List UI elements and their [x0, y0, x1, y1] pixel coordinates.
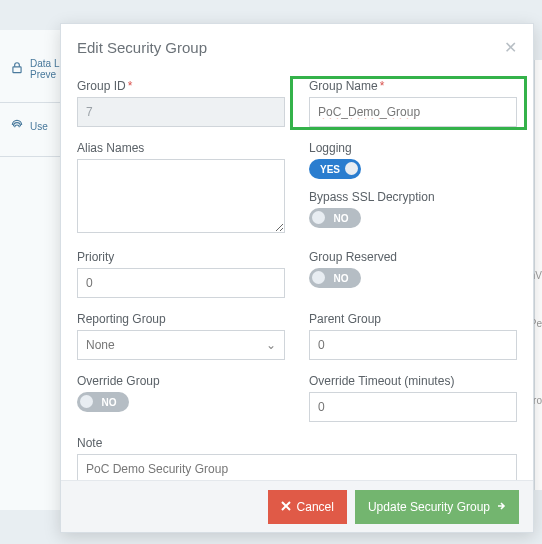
- group-name-label: Group Name*: [309, 79, 517, 93]
- override-group-toggle[interactable]: NO: [77, 392, 129, 412]
- note-label: Note: [77, 436, 517, 450]
- logging-toggle[interactable]: YES: [309, 159, 361, 179]
- x-icon: [281, 500, 291, 514]
- logging-label: Logging: [309, 141, 517, 155]
- priority-input[interactable]: [77, 268, 285, 298]
- modal-footer: Cancel Update Security Group: [61, 480, 533, 532]
- parent-input[interactable]: [309, 330, 517, 360]
- override-timeout-input[interactable]: [309, 392, 517, 422]
- lock-icon: [10, 61, 24, 77]
- group-name-input[interactable]: [309, 97, 517, 127]
- reporting-select[interactable]: None ⌄: [77, 330, 285, 360]
- chevron-down-icon: ⌄: [266, 338, 276, 352]
- alias-label: Alias Names: [77, 141, 285, 155]
- group-reserved-label: Group Reserved: [309, 250, 517, 264]
- cancel-button[interactable]: Cancel: [268, 490, 347, 524]
- fingerprint-icon: [10, 118, 24, 134]
- priority-label: Priority: [77, 250, 285, 264]
- group-id-label: Group ID*: [77, 79, 285, 93]
- modal-title: Edit Security Group: [77, 39, 207, 56]
- close-icon[interactable]: ✕: [504, 38, 517, 57]
- override-group-label: Override Group: [77, 374, 285, 388]
- override-timeout-label: Override Timeout (minutes): [309, 374, 517, 388]
- reporting-label: Reporting Group: [77, 312, 285, 326]
- edit-security-group-modal: Edit Security Group ✕ Group ID* Group Na…: [60, 23, 534, 533]
- bg-tile-user: Use: [10, 118, 48, 134]
- svg-rect-0: [13, 67, 21, 73]
- parent-label: Parent Group: [309, 312, 517, 326]
- group-reserved-toggle[interactable]: NO: [309, 268, 361, 288]
- arrow-right-icon: [496, 500, 506, 514]
- bypass-label: Bypass SSL Decryption: [309, 190, 517, 204]
- alias-textarea[interactable]: [77, 159, 285, 233]
- bypass-toggle[interactable]: NO: [309, 208, 361, 228]
- bg-tile-dlp: Data LPreve: [10, 58, 59, 80]
- group-id-input: [77, 97, 285, 127]
- modal-header: Edit Security Group ✕: [61, 24, 533, 67]
- update-button[interactable]: Update Security Group: [355, 490, 519, 524]
- reporting-value: None: [86, 338, 115, 352]
